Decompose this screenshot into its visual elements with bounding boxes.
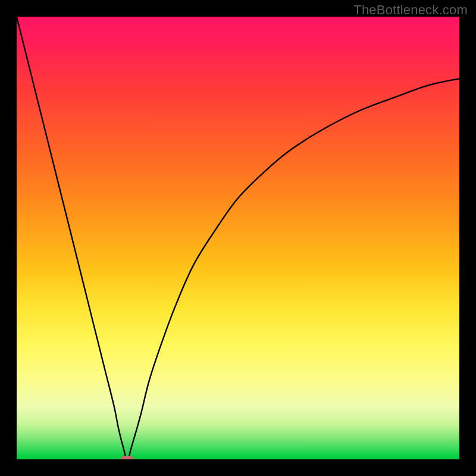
bottleneck-curve <box>17 17 459 459</box>
plot-area <box>17 17 459 459</box>
minimum-marker <box>121 456 134 459</box>
watermark-text: TheBottleneck.com <box>353 2 468 18</box>
chart-frame: TheBottleneck.com <box>0 0 476 476</box>
curve-svg <box>17 17 459 459</box>
